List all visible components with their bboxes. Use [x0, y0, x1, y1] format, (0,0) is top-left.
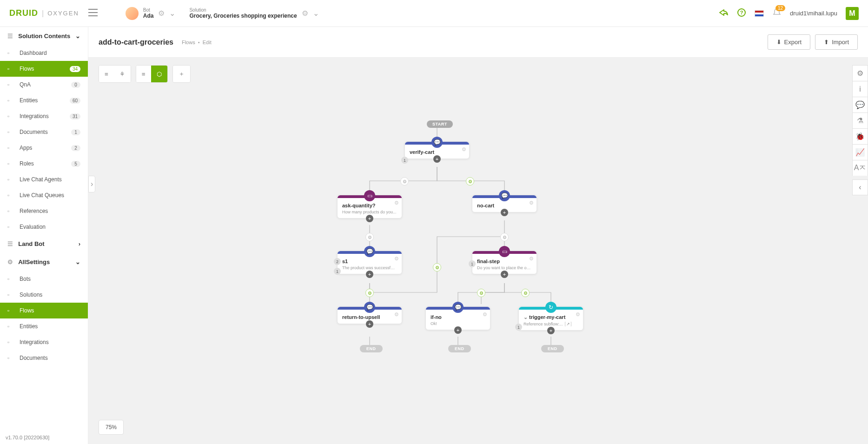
sidebar-item-live-chat-queues[interactable]: ▫Live Chat Queues [0, 187, 88, 203]
edge-config-icon[interactable]: ⚙ [500, 233, 509, 241]
node-return-to-upsell[interactable]: 💬 ⚙ return-to-upsell + [337, 306, 402, 324]
node-gear-icon[interactable]: ⚙ [576, 311, 580, 318]
flow-canvas[interactable]: START 💬 ⚙ 1 verify-cart + ⚙ ⚙ ▭ ⚙ [88, 90, 868, 444]
add-button[interactable]: ＋ [173, 66, 190, 82]
import-button[interactable]: ⬆Import [815, 34, 858, 50]
sidebar-item-integrations[interactable]: ▫Integrations31 [0, 108, 88, 124]
add-step-icon[interactable]: + [433, 155, 441, 163]
help-icon[interactable]: ? [737, 8, 746, 19]
add-step-icon[interactable]: + [454, 326, 462, 334]
node-title: ⌄ trigger-my-cart [523, 314, 578, 320]
solution-selector[interactable]: Solution Grocery, Groceries shopping exp… [189, 7, 318, 19]
sidebar-item-evaluation[interactable]: ▫Evaluation [0, 219, 88, 235]
rail-test-icon[interactable]: ⚗ [852, 113, 868, 128]
end-node: END [448, 345, 471, 352]
node-gear-icon[interactable]: ⚙ [394, 311, 399, 318]
bot-caret-icon[interactable]: ⌄ [169, 9, 175, 18]
rail-info-icon[interactable]: i [852, 81, 868, 97]
zoom-indicator[interactable]: 75% [99, 420, 124, 435]
bot-label: Bot [143, 7, 154, 13]
node-gear-icon[interactable]: ⚙ [529, 256, 534, 262]
notification-icon[interactable]: 12 [772, 8, 782, 19]
edge-config-icon[interactable]: ⚙ [433, 263, 441, 272]
node-badge: 1 [515, 324, 522, 331]
rail-chat-icon[interactable]: 💬 [852, 97, 868, 113]
rail-collapse-icon[interactable]: ‹ [852, 179, 868, 195]
edge-config-icon[interactable]: ⚙ [466, 177, 474, 186]
sidebar-item-documents[interactable]: ▫Documents [0, 350, 88, 366]
edge-config-icon[interactable]: ⚙ [365, 233, 374, 241]
layout-list-button[interactable]: ≡ [136, 66, 151, 82]
layout-diagram-button[interactable]: ⬡ [151, 66, 167, 82]
add-step-icon[interactable]: + [366, 320, 373, 328]
edge-config-icon[interactable]: ⚙ [477, 289, 485, 297]
item-icon: ▫ [7, 323, 15, 330]
sidebar-item-integrations[interactable]: ▫Integrations [0, 334, 88, 350]
sidebar-item-live-chat-agents[interactable]: ▫Live Chat Agents [0, 172, 88, 187]
rail-debug-icon[interactable]: 🐞 [852, 128, 868, 144]
node-title: final-step [477, 258, 532, 264]
view-list-button[interactable]: ≡ [99, 66, 114, 82]
node-no-cart[interactable]: 💬 ⚙ no-cart + [472, 195, 537, 212]
section-solution-contents[interactable]: ☰ Solution Contents ⌄ [0, 27, 88, 45]
bot-selector[interactable]: Bot Ada ⚙ ⌄ [126, 7, 176, 20]
node-if-no[interactable]: 💬 ⚙ if-no Ok! + [425, 306, 490, 330]
add-step-icon[interactable]: + [366, 215, 373, 222]
rail-translate-icon[interactable]: Aㅈ [852, 160, 868, 176]
solution-gear-icon[interactable]: ⚙ [302, 9, 308, 18]
sidebar-item-bots[interactable]: ▫Bots [0, 271, 88, 287]
sidebar-item-entities[interactable]: ▫Entities60 [0, 93, 88, 108]
expand-sidebar-handle[interactable]: › [88, 176, 95, 192]
hamburger-icon[interactable] [88, 9, 98, 18]
node-verify-cart[interactable]: 💬 ⚙ 1 verify-cart + [404, 141, 470, 159]
edge-config-icon[interactable]: ⚙ [400, 177, 409, 186]
upload-icon: ⬆ [824, 39, 829, 46]
add-step-icon[interactable]: + [366, 271, 373, 278]
item-label: Flows [20, 66, 34, 72]
solution-name: Grocery, Groceries shopping experience [189, 13, 297, 19]
sidebar-item-flows[interactable]: ▫Flows34 [0, 61, 88, 77]
sidebar-item-references[interactable]: ▫References [0, 203, 88, 219]
view-tree-button[interactable]: ⚘ [114, 66, 131, 82]
logo[interactable]: DRUID | OXYGEN [9, 8, 79, 18]
rail-settings-icon[interactable]: ⚙ [852, 65, 868, 81]
crumb-flows[interactable]: Flows [182, 40, 195, 45]
solution-caret-icon[interactable]: ⌄ [313, 9, 319, 18]
page-title: add-to-cart-groceries [99, 38, 173, 46]
node-title: s1 [342, 258, 397, 264]
node-gear-icon[interactable]: ⚙ [462, 146, 466, 152]
sidebar-item-solutions[interactable]: ▫Solutions [0, 287, 88, 303]
edge-config-icon[interactable]: ⚙ [521, 289, 530, 297]
sidebar-item-roles[interactable]: ▫Roles5 [0, 156, 88, 172]
add-step-icon[interactable]: + [501, 271, 508, 278]
crumb-edit: Edit [203, 40, 212, 45]
language-flag-icon[interactable] [755, 10, 764, 17]
sidebar-item-documents[interactable]: ▫Documents1 [0, 124, 88, 140]
sidebar-item-qna[interactable]: ▫QnA0 [0, 77, 88, 93]
bot-gear-icon[interactable]: ⚙ [158, 9, 165, 18]
sidebar-item-flows[interactable]: ▫Flows [0, 303, 88, 318]
node-gear-icon[interactable]: ⚙ [483, 311, 487, 318]
section-land-bot[interactable]: ☰ Land Bot › [0, 235, 88, 253]
node-s1[interactable]: 💬 ⚙ 2 1 s1 The product was successfully.… [337, 251, 402, 274]
rail-analytics-icon[interactable]: 📈 [852, 144, 868, 160]
node-trigger-my-cart[interactable]: ↻ ⚙ 1 ⌄ trigger-my-cart Reference subflo… [518, 306, 583, 331]
user-avatar[interactable]: M [846, 7, 859, 20]
add-step-icon[interactable]: + [547, 327, 555, 334]
node-gear-icon[interactable]: ⚙ [529, 200, 534, 206]
item-icon: ▫ [7, 66, 15, 72]
sidebar-item-apps[interactable]: ▫Apps2 [0, 140, 88, 156]
edge-config-icon[interactable]: ⚙ [365, 289, 374, 297]
sidebar-item-dashboard[interactable]: ▫Dashboard [0, 45, 88, 61]
node-final-step[interactable]: ▭ ⚙ 1 final-step Do you want to place th… [472, 251, 537, 274]
node-gear-icon[interactable]: ⚙ [394, 256, 399, 262]
add-step-icon[interactable]: + [501, 209, 508, 216]
export-button[interactable]: ⬇Export [768, 34, 811, 50]
share-icon[interactable] [718, 8, 729, 19]
node-gear-icon[interactable]: ⚙ [394, 200, 399, 206]
section-all-settings[interactable]: ⚙ AllSettings ⌄ [0, 253, 88, 271]
message-icon: 💬 [452, 302, 464, 313]
sidebar-item-entities[interactable]: ▫Entities [0, 318, 88, 334]
node-ask-quantity[interactable]: ▭ ⚙ ask-quantity? How many products do y… [337, 195, 402, 219]
node-title: ask-quantity? [342, 203, 397, 208]
